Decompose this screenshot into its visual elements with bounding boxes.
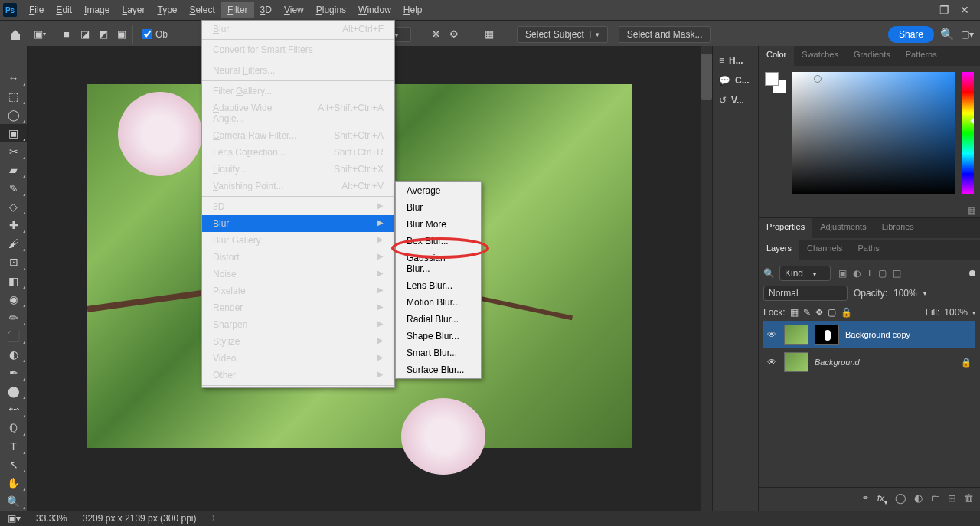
layer-fx-icon[interactable]: fx▾ — [877, 492, 887, 506]
tool-22[interactable]: ✋ — [0, 474, 27, 492]
search-icon[interactable]: 🔍 — [940, 28, 955, 41]
layer-background-copy[interactable]: 👁Background copy — [763, 321, 975, 348]
link-layers-icon[interactable]: ⚭ — [861, 492, 870, 506]
tool-11[interactable]: ◧ — [0, 272, 27, 290]
tab-color[interactable]: Color — [759, 46, 794, 66]
menu-edit[interactable]: Edit — [50, 2, 78, 18]
filter-item-vanishing-point-[interactable]: Vanishing Point...Alt+Ctrl+V — [202, 178, 394, 194]
tool-10[interactable]: ⊡ — [0, 253, 27, 271]
filter-item-blur[interactable]: Blur▶ — [202, 215, 394, 232]
filter-item-adaptive-wide-angle-[interactable]: Adaptive Wide Angle...Alt+Shift+Ctrl+A — [202, 100, 394, 127]
filter-image-icon[interactable]: ▣ — [838, 268, 847, 279]
select-subject-button[interactable]: Select Subject▾ — [517, 26, 608, 43]
tool-20[interactable]: T — [0, 437, 27, 456]
tool-1[interactable]: ⬚ — [0, 87, 27, 106]
filter-smart-icon[interactable]: ◫ — [893, 268, 901, 279]
new-selection-icon[interactable]: ■ — [59, 27, 74, 42]
mask-thumbnail[interactable] — [815, 325, 839, 345]
menu-select[interactable]: Select — [184, 2, 221, 18]
filter-item-3d[interactable]: 3D▶ — [202, 198, 394, 215]
filter-item-filter-gallery-[interactable]: Filter Gallery... — [202, 83, 394, 100]
filter-shape-icon[interactable]: ▢ — [878, 268, 887, 279]
filter-item-video[interactable]: Video▶ — [202, 350, 394, 367]
lock-brush-icon[interactable]: ✎ — [803, 307, 811, 318]
tool-15[interactable]: ◐ — [0, 345, 27, 364]
tool-19[interactable]: ℚ — [0, 419, 27, 437]
filter-item-stylize[interactable]: Stylize▶ — [202, 333, 394, 350]
blur-item-gaussian-blur-[interactable]: Gaussian Blur... — [396, 250, 481, 277]
quick-actions-icon[interactable]: ▦ — [482, 27, 497, 42]
tab-layers[interactable]: Layers — [759, 240, 799, 260]
delete-layer-icon[interactable]: 🗑 — [964, 492, 974, 506]
adjustment-layer-icon[interactable]: ◐ — [914, 492, 923, 506]
layer-background[interactable]: 👁Background🔒 — [763, 348, 975, 376]
filter-item-neural-filters-[interactable]: Neural Filters... — [202, 62, 394, 79]
filter-item-noise[interactable]: Noise▶ — [202, 266, 394, 283]
fill-value[interactable]: 100% — [944, 307, 968, 318]
tool-13[interactable]: ✏ — [0, 309, 27, 327]
menu-window[interactable]: Window — [352, 2, 397, 18]
fg-color-swatch[interactable] — [765, 72, 779, 86]
blur-item-smart-blur-[interactable]: Smart Blur... — [396, 345, 481, 361]
layer-thumbnail[interactable] — [784, 352, 808, 372]
blur-item-radial-blur-[interactable]: Radial Blur... — [396, 311, 481, 328]
tool-4[interactable]: ✂ — [0, 142, 27, 161]
menu-layer[interactable]: Layer — [116, 2, 151, 18]
panel-menu-icon[interactable]: ▦ — [967, 205, 975, 216]
select-and-mask-button[interactable]: Select and Mask... — [619, 26, 711, 43]
status-zoom[interactable]: 33.33% — [36, 513, 67, 524]
menu-help[interactable]: Help — [397, 2, 429, 18]
tool-17[interactable]: ⬤ — [0, 382, 27, 400]
home-button[interactable] — [6, 25, 24, 44]
refine-hair-icon[interactable]: ❋ — [428, 27, 443, 42]
blur-item-blur-more[interactable]: Blur More — [396, 216, 481, 233]
menu-file[interactable]: File — [23, 2, 50, 18]
tool-preset-picker[interactable]: ▣▾ — [32, 27, 47, 42]
opacity-value[interactable]: 100% — [893, 288, 917, 299]
filter-item-liquify-[interactable]: Liquify...Shift+Ctrl+X — [202, 161, 394, 178]
filter-toggle[interactable] — [969, 270, 975, 276]
tool-8[interactable]: ✚ — [0, 216, 27, 234]
layer-thumbnail[interactable] — [784, 325, 808, 345]
filter-item-render[interactable]: Render▶ — [202, 299, 394, 316]
filter-type-icon[interactable]: T — [867, 268, 872, 279]
tab-adjustments[interactable]: Adjustments — [812, 218, 874, 238]
tool-12[interactable]: ◉ — [0, 290, 27, 309]
menu-image[interactable]: Image — [78, 2, 116, 18]
workspace-switcher-icon[interactable]: ▢▾ — [961, 29, 974, 40]
tool-7[interactable]: ◇ — [0, 198, 27, 216]
status-chevron[interactable]: 〉 — [211, 513, 219, 524]
tab-gradients[interactable]: Gradients — [846, 46, 898, 66]
menu-plugins[interactable]: Plugins — [310, 2, 352, 18]
filter-item-convert-for-smart-filters[interactable]: Convert for Smart Filters — [202, 41, 394, 58]
visibility-icon[interactable]: 👁 — [767, 329, 778, 340]
lock-pixels-icon[interactable]: ▦ — [790, 307, 799, 318]
minimize-icon[interactable]: — — [918, 4, 929, 16]
menu-3d[interactable]: 3D — [254, 2, 278, 18]
tab-patterns[interactable]: Patterns — [898, 46, 945, 66]
blur-item-blur[interactable]: Blur — [396, 199, 481, 216]
subtract-selection-icon[interactable]: ◩ — [96, 27, 111, 42]
timeline-icon[interactable]: ▣▾ — [8, 513, 21, 524]
menu-view[interactable]: View — [278, 2, 310, 18]
add-selection-icon[interactable]: ◪ — [77, 27, 93, 42]
blur-item-shape-blur-[interactable]: Shape Blur... — [396, 328, 481, 345]
lock-artboard-icon[interactable]: ▢ — [828, 307, 836, 318]
tab-properties[interactable]: Properties — [759, 218, 812, 238]
vertical-scrollbar[interactable] — [701, 46, 712, 511]
layer-filter-select[interactable]: Kind ▾ — [779, 266, 831, 281]
tool-9[interactable]: 🖌 — [0, 234, 27, 253]
color-field[interactable] — [792, 72, 956, 194]
new-layer-icon[interactable]: ⊞ — [948, 492, 956, 506]
menu-filter[interactable]: Filter — [221, 2, 254, 18]
menu-type[interactable]: Type — [151, 2, 183, 18]
fg-bg-swatches[interactable] — [765, 72, 786, 93]
layer-mask-icon[interactable]: ◯ — [895, 492, 906, 506]
blur-item-box-blur-[interactable]: Box Blur... — [396, 233, 481, 250]
filter-item-sharpen[interactable]: Sharpen▶ — [202, 316, 394, 333]
blur-item-average[interactable]: Average — [396, 182, 481, 199]
blur-item-surface-blur-[interactable]: Surface Blur... — [396, 361, 481, 378]
collapsed-panel-C...[interactable]: 💬C... — [713, 70, 758, 90]
layer-group-icon[interactable]: 🗀 — [930, 492, 940, 506]
blend-mode-select[interactable]: Normal — [763, 286, 848, 301]
